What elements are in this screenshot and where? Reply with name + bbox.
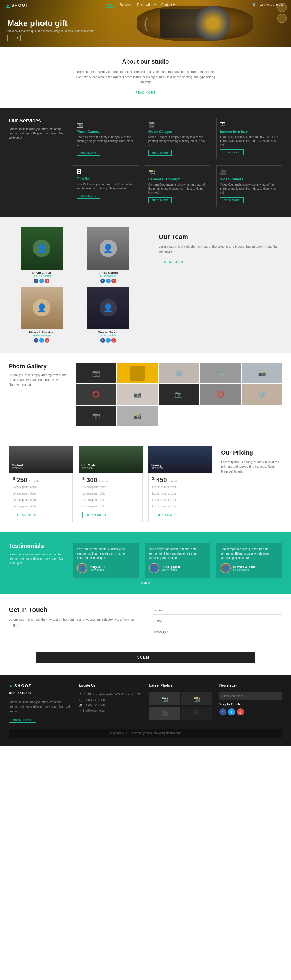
- footer-photo-1[interactable]: 📸: [181, 692, 212, 705]
- contact-intro: Get In Touch Lorem ipsum is simply dummy…: [9, 606, 138, 627]
- footer-email: info@yoursite.com: [83, 709, 107, 712]
- member1-gp-icon[interactable]: g: [111, 278, 116, 283]
- footer-photo-3[interactable]: 🎞: [181, 707, 212, 720]
- member2-fb-icon[interactable]: f: [34, 338, 38, 343]
- footer-photo-2[interactable]: 🎥: [149, 707, 180, 720]
- footer-fb-icon[interactable]: f: [220, 708, 226, 715]
- footer-newsletter-title: Newsletter: [220, 683, 282, 689]
- gallery-item-2[interactable]: ⚙️: [158, 363, 199, 383]
- service-camera-btn[interactable]: READ MORE: [76, 150, 100, 156]
- footer-gp-icon[interactable]: g: [237, 708, 244, 715]
- service-film-btn[interactable]: READ MORE: [76, 193, 100, 199]
- member1-fb-icon[interactable]: f: [100, 278, 105, 283]
- gallery-item-6[interactable]: 📷: [117, 384, 158, 405]
- nav-contact[interactable]: Contact ▾: [161, 3, 175, 8]
- about-read-more-button[interactable]: READ MORE: [130, 89, 161, 96]
- gallery-item-11[interactable]: 📸: [117, 406, 158, 426]
- services-intro: Our Services Lorem ipsum is simply dummy…: [9, 118, 67, 159]
- gallery-item-3[interactable]: 🔧: [200, 363, 241, 383]
- testimonial-dot-0[interactable]: [141, 582, 143, 584]
- footer-about-title: About Studio: [9, 691, 71, 697]
- testimonials-section: Testimonials Lorem ipsum is simply dummy…: [0, 532, 291, 595]
- service-camera-icon: 📷: [76, 121, 135, 128]
- contact-name-input[interactable]: [153, 606, 282, 614]
- about-title: About our studio: [9, 58, 282, 65]
- pricing-family-f0: Lorem ipsum dolor: [152, 484, 209, 490]
- gallery-item-1[interactable]: [117, 363, 158, 383]
- nav-destination[interactable]: Destination ▾: [138, 3, 156, 8]
- gallery-title: Photo Gallery: [9, 363, 67, 370]
- gallery-item-5[interactable]: ⭕: [76, 384, 116, 405]
- service-video-btn[interactable]: READ MORE: [220, 197, 244, 203]
- hero-tw-icon[interactable]: t: [15, 35, 21, 41]
- service-film-icon: 🎞: [76, 169, 135, 175]
- footer-tw-icon[interactable]: t: [228, 708, 235, 715]
- pricing-text: Lorem ipsum is simply dummy text of the …: [221, 460, 282, 474]
- footer-newsletter: Newsletter Stay In Touch f t g: [220, 683, 282, 723]
- member3-tw-icon[interactable]: t: [106, 338, 111, 343]
- footer-photos: Latest Photos 📷 📸 🎥 🎞: [149, 683, 212, 723]
- pricing-lifestyle-btn[interactable]: READ MORE: [82, 512, 112, 519]
- search-icon[interactable]: 🔍: [252, 3, 257, 7]
- service-clapper-btn[interactable]: READ MORE: [149, 150, 172, 156]
- pricing-title: Our Pricing: [221, 449, 282, 456]
- pricing-lifestyle-f3: Lorem ipsum dolor: [82, 503, 139, 509]
- nav-services[interactable]: Services: [120, 3, 132, 8]
- pricing-portrait-f3: Lorem ipsum dolor: [13, 503, 69, 509]
- footer-photos-title: Latest Photos: [149, 683, 212, 689]
- hero-fb-icon[interactable]: f: [7, 35, 13, 41]
- testimonial-avatar-2: 👤: [221, 563, 231, 573]
- testimonial-dot-1[interactable]: [144, 582, 147, 584]
- member0-tw-icon[interactable]: t: [39, 278, 44, 283]
- footer-locate-title: Locate Us: [79, 683, 142, 689]
- member2-tw-icon[interactable]: t: [39, 338, 44, 343]
- gallery-item-0[interactable]: 📷: [76, 363, 116, 383]
- team-photo-3: 👤: [87, 287, 129, 329]
- gallery-intro: Photo Gallery Lorem ipsum is simply dumm…: [9, 363, 67, 387]
- service-camera-desc: Photo Camera is simply dummy text of the…: [76, 135, 135, 148]
- testimonial-dot-2[interactable]: [148, 582, 150, 584]
- gallery-item-8[interactable]: ⭕: [200, 384, 241, 405]
- testimonial-name-0: Mary Jane: [90, 565, 106, 568]
- pricing-family-label: Family: [151, 463, 210, 467]
- newsletter-input[interactable]: [220, 692, 282, 700]
- phone-icon: 📞: [79, 698, 82, 702]
- footer-locate: Locate Us 📍 1600 Pennsylvania Ave NW Was…: [79, 683, 142, 723]
- team-read-more-button[interactable]: READ MORE: [158, 259, 190, 266]
- contact-email-input[interactable]: [153, 617, 282, 625]
- member0-fb-icon[interactable]: f: [34, 278, 38, 283]
- service-camera-name: Photo Camera: [76, 130, 135, 134]
- gallery-item-7[interactable]: 📷: [158, 384, 199, 405]
- pricing-card-lifestyle: Life Style SESSION $ 300 / month Lorem i…: [79, 446, 142, 522]
- navigation: ▶ SHOOT About Services Destination ▾ Con…: [0, 0, 291, 11]
- testimonials-intro: Testimonials Lorem ipsum is simply dummy…: [9, 542, 67, 565]
- service-item-4: 📸 Camera Diaphragm Camera Diaphragm is s…: [145, 165, 211, 207]
- member3-fb-icon[interactable]: f: [100, 338, 105, 343]
- gallery-item-9[interactable]: ⚙️: [242, 384, 282, 405]
- footer-photo-0[interactable]: 📷: [149, 692, 180, 705]
- about-section: About our studio Lorem ipsum is simply d…: [0, 47, 291, 108]
- footer-address: 1600 Pennsylvania Ave NW Washington DC: [84, 692, 141, 697]
- member0-gp-icon[interactable]: g: [45, 278, 49, 283]
- gallery-item-4[interactable]: 📸: [242, 363, 282, 383]
- nav-about[interactable]: About: [106, 3, 115, 8]
- contact-message-input[interactable]: [153, 628, 282, 645]
- member2-gp-icon[interactable]: g: [45, 338, 49, 343]
- footer-read-more-button[interactable]: READ MORE: [9, 717, 36, 723]
- pricing-lifestyle-period: / month: [99, 480, 109, 483]
- pricing-family-btn[interactable]: READ MORE: [152, 512, 182, 519]
- service-clapper-name: Movie Clapper: [149, 130, 207, 134]
- pricing-portrait-btn[interactable]: READ MORE: [13, 512, 42, 519]
- gallery-item-10[interactable]: 📷: [76, 406, 116, 426]
- pricing-family-f2: Lorem ipsum dolor: [152, 497, 209, 503]
- service-item-3: 🎞 Film Roll Film Roll is simply dummy te…: [73, 165, 139, 207]
- service-video-name: Video Camera: [220, 177, 278, 181]
- gallery-item-13: [200, 406, 241, 426]
- contact-title: Get In Touch: [9, 606, 138, 614]
- team-name-1: Linda Clarks: [75, 271, 141, 275]
- service-diaphragm-btn[interactable]: READ MORE: [149, 197, 172, 203]
- member3-gp-icon[interactable]: g: [111, 338, 116, 343]
- member1-tw-icon[interactable]: t: [106, 278, 111, 283]
- service-images-btn[interactable]: READ MORE: [220, 150, 244, 155]
- submit-button[interactable]: SUBMIT: [36, 652, 255, 663]
